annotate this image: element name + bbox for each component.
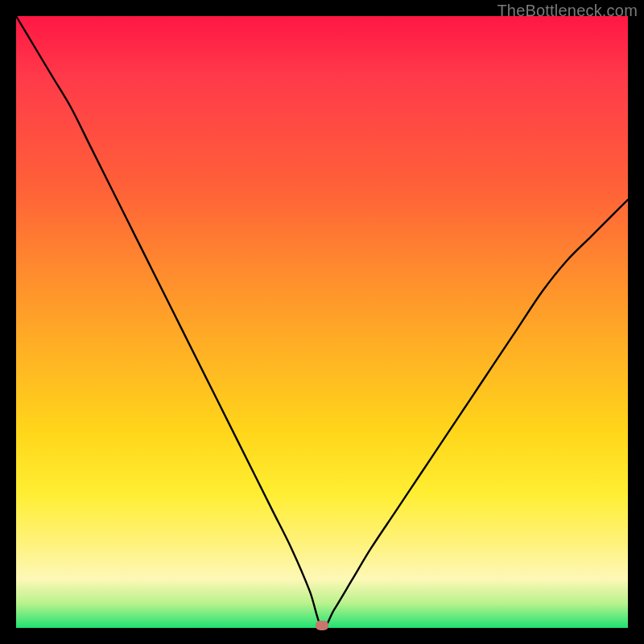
plot-area: [16, 16, 628, 628]
chart-frame: TheBottleneck.com: [0, 0, 644, 644]
watermark-text: TheBottleneck.com: [497, 2, 638, 20]
minimum-marker: [316, 621, 328, 630]
bottleneck-curve: [16, 16, 628, 628]
